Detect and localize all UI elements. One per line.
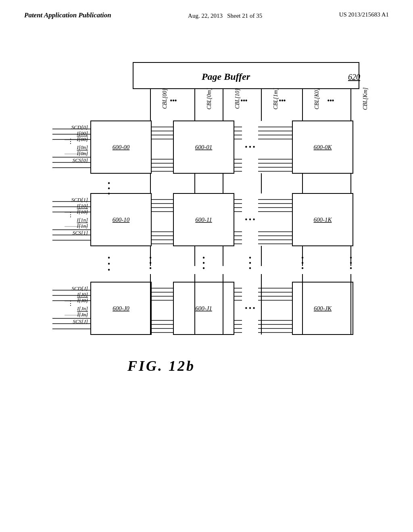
svg-text:•••: •••	[170, 97, 177, 104]
svg-text:•  •  •: • • •	[245, 216, 255, 223]
svg-text:•: •	[350, 265, 352, 272]
svg-text:600-00: 600-00	[113, 144, 130, 150]
svg-text:CBL[Km]: CBL[Km]	[362, 87, 368, 110]
svg-text:•••: •••	[241, 97, 248, 104]
svg-text:CBL[K0]: CBL[K0]	[314, 88, 320, 110]
svg-text:600-JK: 600-JK	[314, 305, 332, 312]
svg-text:FIG.   12b: FIG. 12b	[127, 358, 195, 374]
svg-text:CBL[00]: CBL[00]	[162, 89, 168, 109]
svg-text:Ī[0n]: Ī[0n]	[77, 150, 88, 156]
svg-text:•: •	[202, 265, 205, 272]
circuit-diagram: Page Buffer 620 CBL[00] ••• CBL[0m] CBL[…	[0, 0, 413, 532]
svg-text:CBL[0m]: CBL[0m]	[206, 88, 212, 110]
svg-text:600-0K: 600-0K	[314, 144, 332, 150]
svg-text:•: •	[301, 265, 304, 272]
svg-text:I[0n]: I[0n]	[77, 144, 88, 150]
svg-text:•: •	[108, 266, 110, 273]
svg-text:600-01: 600-01	[195, 144, 213, 150]
svg-text:I[00]: I[00]	[77, 130, 88, 136]
svg-text:600-J0: 600-J0	[113, 305, 129, 312]
svg-text:•  •  •: • • •	[245, 305, 255, 312]
svg-text:I[J0]: I[J0]	[77, 291, 88, 297]
svg-text:600-10: 600-10	[113, 216, 130, 223]
svg-text:Ī[Jn]: Ī[Jn]	[77, 312, 88, 318]
svg-text:600-1K: 600-1K	[314, 216, 332, 223]
svg-text:•: •	[149, 265, 152, 272]
svg-text:Ī[1n]: Ī[1n]	[77, 223, 88, 229]
svg-text:•••: •••	[327, 97, 334, 104]
svg-text:I[10]: I[10]	[77, 203, 88, 209]
svg-text:•: •	[108, 190, 110, 197]
svg-text:Page Buffer: Page Buffer	[201, 71, 250, 82]
svg-text:600-11: 600-11	[195, 216, 212, 223]
svg-text:•: •	[249, 265, 251, 272]
svg-text:620: 620	[348, 73, 360, 81]
svg-text:CBL[10]: CBL[10]	[234, 89, 240, 109]
svg-text:•••: •••	[279, 97, 286, 104]
svg-text:I[Jn]: I[Jn]	[77, 305, 88, 312]
svg-text:•  •  •: • • •	[245, 143, 255, 150]
svg-text:600-J1: 600-J1	[195, 305, 212, 312]
svg-text:⋮: ⋮	[67, 138, 74, 145]
svg-text:I[1n]: I[1n]	[77, 217, 88, 223]
svg-text:CBL[1m]: CBL[1m]	[273, 88, 279, 110]
